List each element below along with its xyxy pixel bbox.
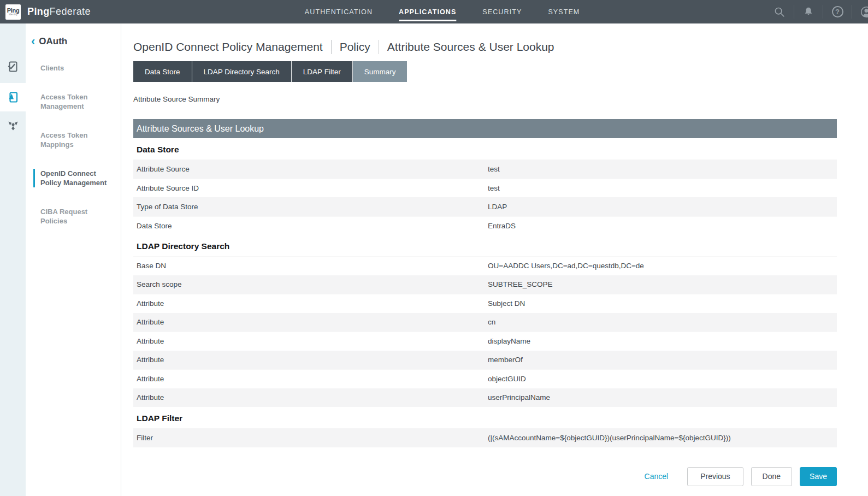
nav-item-system[interactable]: SYSTEM	[548, 6, 580, 18]
row-value: displayName	[488, 337, 837, 345]
table-row: AttributememberOf	[133, 351, 837, 370]
summary-table: Data StoreAttribute SourcetestAttribute …	[133, 145, 837, 447]
clients-icon[interactable]	[0, 52, 26, 81]
table-row: AttributeSubject DN	[133, 294, 837, 313]
logo-subtext: Identity	[9, 13, 17, 16]
row-label: Data Store	[133, 222, 488, 230]
done-button[interactable]: Done	[751, 467, 792, 486]
row-label: Attribute	[133, 299, 488, 308]
previous-button[interactable]: Previous	[687, 467, 743, 486]
table-row: Attributecn	[133, 313, 837, 332]
row-value: EntraDS	[488, 222, 837, 230]
table-row: Data StoreEntraDS	[133, 216, 837, 235]
top-bar: Ping Identity PingFederate AUTHENTICATIO…	[0, 0, 868, 23]
row-label: Type of Data Store	[133, 203, 488, 211]
app-shell: ‹ OAuth ClientsAccess Token ManagementAc…	[0, 23, 868, 496]
table-row: Search scopeSUBTREE_SCOPE	[133, 275, 837, 294]
divider	[852, 5, 852, 19]
sidebar-back-oauth[interactable]: ‹ OAuth	[31, 36, 121, 47]
row-label: Attribute	[133, 356, 488, 364]
row-label: Attribute Source	[133, 165, 488, 173]
nav-item-security[interactable]: SECURITY	[482, 6, 522, 18]
breadcrumb-segment: Policy	[340, 40, 370, 54]
row-value: objectGUID	[488, 375, 837, 383]
row-value: userPrincipalName	[488, 393, 837, 401]
row-value: OU=AADDC Users,DC=ad,DC=questdb,DC=de	[488, 262, 837, 270]
section-title-data-store: Data Store	[137, 145, 837, 155]
sidebar: ‹ OAuth ClientsAccess Token ManagementAc…	[26, 23, 121, 496]
sidebar-item-access-token-management[interactable]: Access Token Management	[33, 92, 111, 111]
row-label: Filter	[133, 434, 488, 442]
section-title-ldap-directory-search: LDAP Directory Search	[137, 241, 837, 251]
icon-strip	[0, 23, 26, 496]
breadcrumb-separator	[331, 40, 332, 54]
top-nav: AUTHENTICATIONAPPLICATIONSSECURITYSYSTEM	[305, 0, 580, 23]
tab-ldap-filter[interactable]: LDAP Filter	[292, 61, 353, 82]
row-value: test	[488, 165, 837, 173]
sidebar-item-clients[interactable]: Clients	[33, 63, 111, 73]
tab-summary[interactable]: Summary	[353, 61, 408, 82]
table-row: AttributeuserPrincipalName	[133, 388, 837, 408]
summary-label: Attribute Source Summary	[133, 95, 837, 103]
row-value: LDAP	[488, 203, 837, 211]
tab-data-store[interactable]: Data Store	[133, 61, 192, 82]
help-icon[interactable]: ?	[831, 5, 844, 19]
user-account-icon[interactable]	[860, 5, 868, 19]
row-value: test	[488, 184, 837, 192]
row-value: memberOf	[488, 356, 837, 364]
table-row: Type of Data StoreLDAP	[133, 197, 837, 216]
row-label: Attribute	[133, 375, 488, 383]
table-row: Filter(|(sAMAccountName=${objectGUID})(u…	[133, 428, 837, 447]
row-value: (|(sAMAccountName=${objectGUID})(userPri…	[488, 434, 837, 442]
page-title: OpenID Connect Policy ManagementPolicyAt…	[133, 40, 837, 54]
section-title-ldap-filter: LDAP Filter	[137, 414, 837, 423]
cancel-button[interactable]: Cancel	[645, 472, 669, 481]
table-row: AttributeobjectGUID	[133, 369, 837, 388]
divider	[794, 5, 794, 19]
sidebar-items: ClientsAccess Token ManagementAccess Tok…	[26, 63, 121, 226]
row-value: cn	[488, 318, 837, 326]
table-row: Base DNOU=AADDC Users,DC=ad,DC=questdb,D…	[133, 256, 837, 275]
table-row: AttributedisplayName	[133, 332, 837, 351]
sidebar-item-ciba-request-policies[interactable]: CIBA Request Policies	[33, 207, 111, 226]
table-row: Attribute Source IDtest	[133, 179, 837, 198]
search-icon[interactable]	[773, 5, 786, 19]
row-value: SUBTREE_SCOPE	[488, 280, 837, 288]
row-label: Attribute Source ID	[133, 184, 488, 192]
table-row: Attribute Sourcetest	[133, 160, 837, 179]
row-label: Attribute	[133, 393, 488, 401]
brand: Ping Identity PingFederate	[0, 4, 91, 20]
nav-item-authentication[interactable]: AUTHENTICATION	[305, 6, 373, 18]
chevron-left-icon: ‹	[31, 37, 35, 46]
sidebar-item-openid-connect-policy-management[interactable]: OpenID Connect Policy Management	[33, 169, 111, 187]
notifications-bell-icon[interactable]	[802, 5, 815, 19]
nav-item-applications[interactable]: APPLICATIONS	[399, 6, 456, 18]
access-token-mappings-icon[interactable]	[0, 111, 26, 140]
row-label: Base DN	[133, 262, 488, 270]
sidebar-item-access-token-mappings[interactable]: Access Token Mappings	[33, 131, 111, 149]
breadcrumb-segment: Attribute Sources & User Lookup	[387, 40, 554, 54]
tab-ldap-directory-search[interactable]: LDAP Directory Search	[192, 61, 292, 82]
access-token-management-icon[interactable]	[0, 83, 26, 111]
breadcrumb-segment: OpenID Connect Policy Management	[133, 40, 323, 54]
row-label: Search scope	[133, 280, 488, 288]
row-value: Subject DN	[488, 299, 837, 308]
footer-actions: Cancel Previous Done Save	[133, 467, 837, 486]
table-header: Attribute Sources & User Lookup	[133, 119, 837, 138]
row-label: Attribute	[133, 337, 488, 345]
product-name: PingFederate	[27, 6, 91, 17]
ping-identity-logo[interactable]: Ping Identity	[5, 4, 21, 20]
sidebar-section-title: OAuth	[39, 36, 67, 47]
breadcrumb-separator	[379, 40, 379, 54]
divider	[823, 5, 823, 19]
save-button[interactable]: Save	[800, 467, 837, 486]
step-tabs: Data StoreLDAP Directory SearchLDAP Filt…	[133, 61, 837, 82]
top-icons: ?	[765, 0, 868, 23]
row-label: Attribute	[133, 318, 488, 326]
main-content: OpenID Connect Policy ManagementPolicyAt…	[121, 23, 868, 496]
